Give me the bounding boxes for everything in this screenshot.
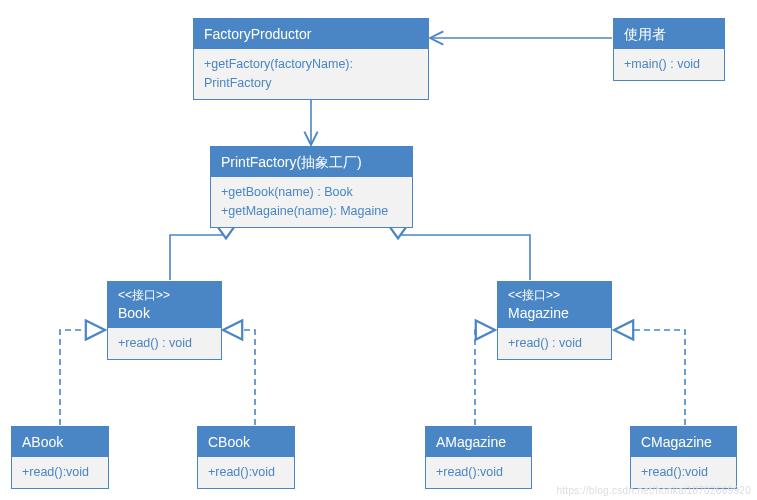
class-title: <<接口>> Magazine [498, 282, 611, 328]
class-methods: +read():void [426, 457, 531, 488]
class-methods: +read():void [198, 457, 294, 488]
class-amagazine: AMagazine +read():void [425, 426, 532, 489]
method-row: +getMagaine(name): Magaine [221, 202, 402, 221]
class-title: PrintFactory(抽象工厂) [211, 147, 412, 177]
class-user: 使用者 +main() : void [613, 18, 725, 81]
edge-cmagazine-to-magazine [614, 330, 685, 425]
edge-abook-to-book [60, 330, 105, 425]
class-methods: +getBook(name) : Book +getMagaine(name):… [211, 177, 412, 227]
class-title: FactoryProductor [194, 19, 428, 49]
class-methods: +main() : void [614, 49, 724, 80]
class-methods: +read():void [12, 457, 108, 488]
class-methods: +read() : void [498, 328, 611, 359]
class-factoryproductor: FactoryProductor +getFactory(factoryName… [193, 18, 429, 100]
class-printfactory: PrintFactory(抽象工厂) +getBook(name) : Book… [210, 146, 413, 228]
edge-amagazine-to-magazine [475, 330, 495, 425]
class-cmagazine: CMagazine +read():void [630, 426, 737, 489]
class-title: <<接口>> Book [108, 282, 221, 328]
edge-cbook-to-book [223, 330, 255, 425]
class-name-text: Book [118, 305, 150, 321]
stereotype-label: <<接口>> [118, 288, 211, 304]
method-row: +getBook(name) : Book [221, 183, 402, 202]
class-abook: ABook +read():void [11, 426, 109, 489]
class-title: CBook [198, 427, 294, 457]
class-title: AMagazine [426, 427, 531, 457]
class-name-text: Magazine [508, 305, 569, 321]
class-title: 使用者 [614, 19, 724, 49]
watermark-text: https://blog.csdn.net/honkai18702669920 [556, 485, 751, 496]
class-methods: +read():void [631, 457, 736, 488]
class-cbook: CBook +read():void [197, 426, 295, 489]
class-magazine: <<接口>> Magazine +read() : void [497, 281, 612, 360]
class-book: <<接口>> Book +read() : void [107, 281, 222, 360]
class-title: ABook [12, 427, 108, 457]
class-methods: +read() : void [108, 328, 221, 359]
class-methods: +getFactory(factoryName): PrintFactory [194, 49, 428, 99]
class-title: CMagazine [631, 427, 736, 457]
stereotype-label: <<接口>> [508, 288, 601, 304]
edge-magazine-to-printfactory [398, 216, 530, 280]
